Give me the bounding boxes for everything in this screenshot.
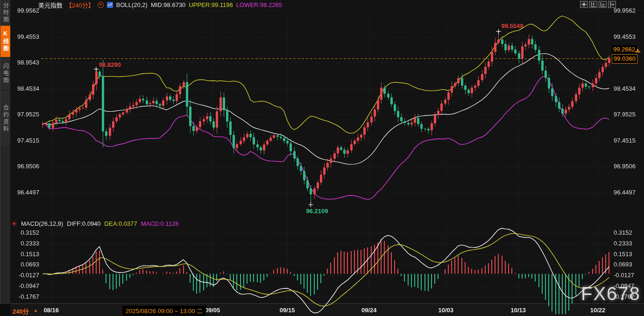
sidebar-item-kline-chart[interactable]: K线图 — [0, 26, 11, 57]
trading-app-window: 分时图K线图闪电图合约资料 美元指数 【240分】 + BOLL(20,2) M… — [0, 0, 644, 316]
timeframe-label[interactable]: 240分 — [13, 307, 29, 316]
macd-indicator-label: MACD(26,12,9) — [21, 220, 63, 227]
indicator-settings-icon[interactable] — [11, 221, 17, 227]
period-badge[interactable]: 【240分】 — [66, 0, 94, 9]
boll-indicator-label: BOLL(20,2) — [116, 1, 148, 8]
chart-area: 美元指数 【240分】 + BOLL(20,2) MID:98.6730 UPP… — [10, 0, 644, 316]
move-icon[interactable] — [580, 1, 588, 8]
symbol-title: 美元指数 — [38, 0, 63, 9]
selected-bar-datetime: 2025/08/26 09:00 ~ 13:00 二 — [122, 306, 206, 316]
sidebar-item-time-chart[interactable]: 分时图 — [0, 0, 11, 26]
boll-upper-value: UPPER:99.1196 — [189, 1, 233, 8]
x-axis-bar: 240分 ▲ 2025/08/26 09:00 ~ 13:00 二 — [10, 304, 644, 316]
chart-canvas[interactable] — [10, 0, 644, 316]
sidebar-item-flash-chart[interactable]: 闪电图 — [0, 57, 11, 90]
add-indicator-icon[interactable]: + — [98, 2, 104, 8]
macd-hist-value: MACD:0.1128 — [141, 220, 179, 227]
indicator-chart-icon[interactable] — [107, 2, 113, 8]
sidebar: 分时图K线图闪电图合约资料 — [0, 0, 10, 304]
scroll-right-icon[interactable] — [608, 1, 616, 8]
axis-expand-icon[interactable] — [589, 1, 597, 8]
chart-toolbar — [580, 1, 616, 8]
axis-compress-icon[interactable] — [599, 1, 607, 8]
macd-dea-value: DEA:0.0377 — [105, 220, 137, 227]
boll-lower-value: LOWER:98.2265 — [236, 1, 282, 8]
sidebar-item-contract-info[interactable]: 合约资料 — [0, 90, 11, 147]
macd-header: MACD(26,12,9) DIFF:0.0940 DEA:0.0377 MAC… — [10, 219, 178, 228]
chart-header: 美元指数 【240分】 + BOLL(20,2) MID:98.6730 UPP… — [38, 0, 282, 9]
timeframe-dropdown-icon[interactable]: ▲ — [34, 308, 38, 313]
boll-mid-value: MID:98.6730 — [151, 1, 185, 8]
watermark: FX678 — [581, 283, 641, 304]
macd-diff-value: DIFF:0.0940 — [67, 220, 100, 227]
